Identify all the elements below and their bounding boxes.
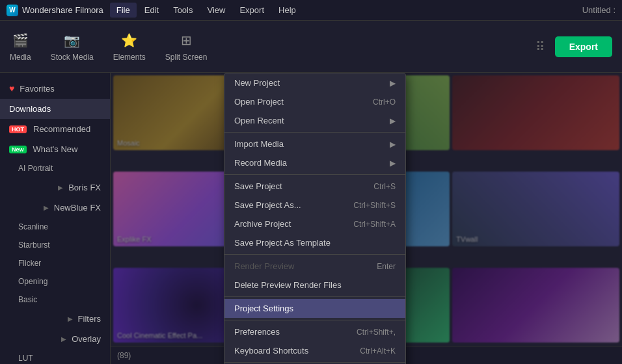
sidebar-label-newblue-fx: NewBlue FX [54, 203, 101, 213]
menu-render-preview: Render Preview Enter [224, 257, 405, 276]
split-screen-icon: ⊞ [177, 31, 195, 49]
menu-separator [224, 362, 405, 363]
menu-archive-project[interactable]: Archive Project Ctrl+Shift+A [224, 214, 405, 233]
menu-label: Record Media [234, 158, 287, 168]
menu-save-project-as[interactable]: Save Project As... Ctrl+Shift+S [224, 196, 405, 214]
menu-label: Save Project As Template [234, 238, 331, 248]
submenu-arrow-icon: ▶ [390, 140, 396, 149]
media-thumb[interactable] [452, 75, 619, 150]
menu-keyboard-shortcuts[interactable]: Keyboard Shortcuts Ctrl+Alt+K [224, 341, 405, 360]
sidebar-item-scanline[interactable]: Scanline [0, 218, 110, 236]
window-title: Untitled : [582, 5, 615, 15]
chevron-icon: ▶ [68, 315, 73, 322]
menu-help[interactable]: Help [272, 3, 303, 18]
content-area: Mosaic Mosaic Explike FX Sideways 1 TVwa… [111, 73, 622, 364]
app-name: Wondershare Filmora [22, 5, 103, 15]
tool-media[interactable]: 🎬 Media [10, 31, 31, 62]
file-menu: New Project ▶ Open Project Ctrl+O Open R… [224, 73, 406, 364]
shortcut-label: Ctrl+S [373, 182, 396, 191]
menu-view[interactable]: View [200, 3, 232, 18]
shortcut-label: Ctrl+O [373, 98, 396, 107]
sidebar-label-overlay: Overlay [72, 334, 101, 344]
menu-label: Preferences [234, 327, 280, 337]
menu-edit[interactable]: Edit [138, 3, 165, 18]
sidebar-item-lut[interactable]: LUT [0, 349, 110, 364]
sidebar-label-lut: LUT [18, 354, 33, 363]
sidebar-item-boris-fx[interactable]: ▶ Boris FX [0, 177, 110, 198]
app-logo: W Wondershare Filmora [7, 5, 103, 16]
menu-label: Open Recent [234, 116, 284, 125]
sidebar-label-flicker: Flicker [18, 259, 41, 268]
menu-preferences[interactable]: Preferences Ctrl+Shift+, [224, 322, 405, 341]
sidebar-label-whats-new: What's New [33, 144, 78, 154]
thumb-label: TVwall [456, 235, 478, 243]
thumb-label: Mosaic [117, 139, 140, 147]
menu-label: Import Media [234, 139, 284, 149]
sidebar-item-favorites[interactable]: ♥ Favorites [0, 78, 110, 99]
toolbar-tools: 🎬 Media 📷 Stock Media ⭐ Elements ⊞ Split… [10, 31, 207, 62]
chevron-icon: ▶ [44, 204, 49, 211]
sidebar-item-newblue-fx[interactable]: ▶ NewBlue FX [0, 198, 110, 218]
export-button[interactable]: Export [555, 36, 612, 57]
menu-file[interactable]: File [110, 3, 137, 18]
menu-save-as-template[interactable]: Save Project As Template [224, 233, 405, 252]
menu-label: Save Project As... [234, 200, 301, 210]
chevron-icon: ▶ [61, 335, 66, 343]
sidebar-item-ai-portrait[interactable]: AI Portrait [0, 159, 110, 177]
menubar: File Edit Tools View Export Help [110, 3, 303, 18]
sidebar-item-basic[interactable]: Basic [0, 291, 110, 309]
media-thumb[interactable] [452, 268, 619, 343]
menu-export[interactable]: Export [233, 3, 271, 18]
sidebar-label-opening: Opening [18, 277, 47, 286]
menu-open-recent[interactable]: Open Recent ▶ [224, 111, 405, 130]
tool-stock-media[interactable]: 📷 Stock Media [51, 31, 94, 62]
menu-label: Render Preview [234, 261, 295, 271]
menu-label: Archive Project [234, 219, 291, 229]
tool-elements[interactable]: ⭐ Elements [113, 31, 146, 62]
sidebar-item-starburst[interactable]: Starburst [0, 236, 110, 254]
media-thumb[interactable]: TVwall [452, 172, 619, 246]
menu-save-project[interactable]: Save Project Ctrl+S [224, 177, 405, 196]
shortcut-label: Ctrl+Shift+S [353, 201, 396, 210]
sidebar-item-flicker[interactable]: Flicker [0, 254, 110, 272]
menu-label: Save Project [234, 181, 282, 191]
hot-badge: HOT [9, 125, 27, 133]
sidebar-item-downloads[interactable]: Downloads [0, 99, 110, 119]
menu-label: New Project [234, 78, 280, 88]
thumb-label: Cool Cinematic Effect Pa... [117, 332, 202, 339]
menu-label: Project Settings [234, 304, 293, 313]
menu-new-project[interactable]: New Project ▶ [224, 73, 405, 92]
sidebar-item-overlay[interactable]: ▶ Overlay [0, 329, 110, 349]
shortcut-label: Enter [377, 262, 396, 271]
sidebar-label-ai-portrait: AI Portrait [18, 164, 53, 173]
heart-icon: ♥ [9, 83, 14, 94]
sidebar-item-recommended[interactable]: HOT Recommended [0, 119, 110, 139]
toolbar-right: ⠿ Export [535, 36, 612, 57]
menu-import-media[interactable]: Import Media ▶ [224, 135, 405, 153]
sidebar-item-filters[interactable]: ▶ Filters [0, 309, 110, 329]
menu-record-media[interactable]: Record Media ▶ [224, 153, 405, 172]
sidebar-item-opening[interactable]: Opening [0, 272, 110, 291]
sidebar-label-recommended: Recommended [33, 124, 90, 134]
sidebar-label-favorites: Favorites [20, 84, 54, 94]
shortcut-label: Ctrl+Shift+A [353, 220, 396, 229]
logo-icon: W [7, 5, 18, 16]
thumb-label: Explike FX [117, 235, 152, 243]
tool-media-label: Media [10, 53, 31, 62]
menu-project-settings[interactable]: Project Settings [224, 299, 405, 318]
sidebar-item-whats-new[interactable]: New What's New [0, 139, 110, 159]
menu-separator [224, 320, 405, 320]
shortcut-label: Ctrl+Alt+K [360, 346, 396, 356]
sidebar-label-boris-fx: Boris FX [68, 183, 101, 192]
tool-split-screen-label: Split Screen [165, 53, 208, 62]
item-count: (89) [117, 351, 131, 360]
menu-tools[interactable]: Tools [167, 3, 199, 18]
menu-open-project[interactable]: Open Project Ctrl+O [224, 92, 405, 111]
more-options-icon[interactable]: ⠿ [535, 39, 545, 55]
submenu-arrow-icon: ▶ [390, 159, 396, 168]
menu-delete-preview[interactable]: Delete Preview Render Files [224, 276, 405, 294]
menu-separator [224, 296, 405, 297]
sidebar-label-starburst: Starburst [18, 240, 50, 250]
menu-label: Delete Preview Render Files [234, 280, 342, 290]
tool-split-screen[interactable]: ⊞ Split Screen [165, 31, 208, 62]
